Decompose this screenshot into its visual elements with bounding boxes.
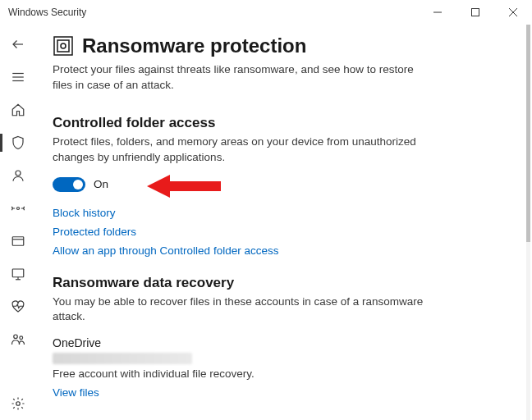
- svg-point-17: [16, 402, 21, 406]
- nav-device-security[interactable]: [0, 258, 36, 290]
- link-allow-app[interactable]: Allow an app through Controlled folder a…: [53, 244, 507, 257]
- page-description: Protect your files against threats like …: [53, 62, 430, 94]
- ransomware-icon: [53, 35, 74, 57]
- nav-home[interactable]: [0, 94, 36, 126]
- titlebar: Windows Security: [0, 0, 532, 25]
- svg-rect-10: [12, 237, 24, 246]
- recovery-description: You may be able to recover files in thes…: [53, 294, 430, 326]
- annotation-arrow: [147, 172, 221, 200]
- link-view-files[interactable]: View files: [53, 386, 507, 399]
- cfa-toggle-label: On: [94, 178, 108, 190]
- page-title: Ransomware protection: [82, 34, 306, 57]
- menu-button[interactable]: [0, 61, 36, 94]
- svg-rect-12: [12, 269, 24, 277]
- window-title: Windows Security: [8, 7, 86, 18]
- svg-point-15: [14, 335, 18, 339]
- recovery-account-redacted: [53, 353, 192, 364]
- svg-point-16: [20, 336, 23, 340]
- window-buttons: [419, 0, 532, 24]
- svg-rect-1: [472, 8, 479, 16]
- svg-point-9: [17, 208, 20, 210]
- nav-firewall[interactable]: [0, 192, 36, 225]
- sidebar: [0, 25, 36, 420]
- close-button[interactable]: [494, 0, 532, 24]
- minimize-button[interactable]: [419, 0, 456, 24]
- nav-virus-threat[interactable]: [0, 126, 36, 159]
- nav-account[interactable]: [0, 159, 36, 192]
- svg-marker-21: [147, 175, 221, 198]
- nav-device-health[interactable]: [0, 290, 36, 323]
- recovery-title: Ransomware data recovery: [53, 275, 507, 291]
- vertical-scrollbar[interactable]: [526, 25, 530, 420]
- nav-settings[interactable]: [0, 387, 36, 420]
- svg-point-8: [16, 171, 21, 176]
- cfa-description: Protect files, folders, and memory areas…: [53, 135, 430, 166]
- cfa-title: Controlled folder access: [53, 115, 507, 131]
- recovery-provider-desc: Free account with individual file recove…: [53, 368, 507, 380]
- back-button[interactable]: [0, 28, 36, 61]
- maximize-button[interactable]: [456, 0, 494, 24]
- recovery-provider: OneDrive: [53, 336, 507, 349]
- svg-rect-19: [57, 40, 69, 52]
- cfa-toggle[interactable]: [53, 177, 85, 192]
- main-content: Ransomware protection Protect your files…: [36, 25, 532, 420]
- nav-app-browser[interactable]: [0, 225, 36, 258]
- nav-family[interactable]: [0, 323, 36, 356]
- link-block-history[interactable]: Block history: [53, 207, 507, 219]
- svg-point-20: [61, 43, 66, 48]
- link-protected-folders[interactable]: Protected folders: [53, 226, 507, 238]
